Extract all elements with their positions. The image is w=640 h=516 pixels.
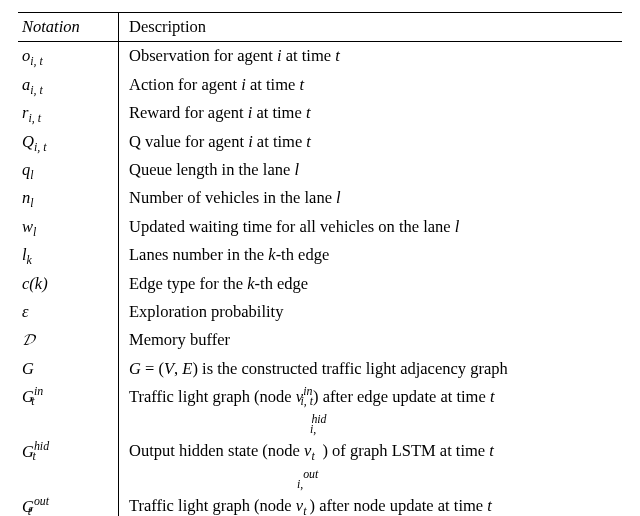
table-header-row: Notation Description [18, 13, 622, 42]
notation-cell: 𝓓 [18, 326, 119, 354]
description-cell: Traffic light graph (node vini, t) after… [119, 383, 623, 411]
table-row: ai, tAction for agent i at time t [18, 71, 622, 99]
table-row: lkLanes number in the k-th edge [18, 241, 622, 269]
table-row: ri, tReward for agent i at time t [18, 99, 622, 127]
description-cell: Memory buffer [119, 326, 623, 354]
description-cell: G = (V, E) is the constructed traffic li… [119, 355, 623, 383]
notation-cell: oi, t [18, 42, 119, 71]
notation-cell: Goutt [18, 466, 119, 516]
notation-cell: G [18, 355, 119, 383]
table-row: wlUpdated waiting time for all vehicles … [18, 213, 622, 241]
notation-cell: ε [18, 298, 119, 326]
notation-cell: ai, t [18, 71, 119, 99]
table-row: c(k)Edge type for the k-th edge [18, 270, 622, 298]
description-cell: Exploration probability [119, 298, 623, 326]
table-row: Qi, tQ value for agent i at time t [18, 128, 622, 156]
notation-table: Notation Description oi, tObservation fo… [18, 12, 622, 516]
notation-cell: nl [18, 184, 119, 212]
description-cell: Lanes number in the k-th edge [119, 241, 623, 269]
notation-cell: Ghidt [18, 411, 119, 466]
table-row: oi, tObservation for agent i at time t [18, 42, 622, 71]
header-description: Description [119, 13, 623, 42]
notation-table-container: Notation Description oi, tObservation fo… [0, 0, 640, 516]
description-cell: Queue length in the lane l [119, 156, 623, 184]
header-notation: Notation [18, 13, 119, 42]
notation-cell: Gint [18, 383, 119, 411]
notation-cell: wl [18, 213, 119, 241]
description-cell: Updated waiting time for all vehicles on… [119, 213, 623, 241]
table-row: εExploration probability [18, 298, 622, 326]
description-cell: Number of vehicles in the lane l [119, 184, 623, 212]
notation-cell: ql [18, 156, 119, 184]
notation-cell: c(k) [18, 270, 119, 298]
notation-cell: ri, t [18, 99, 119, 127]
description-cell: Edge type for the k-th edge [119, 270, 623, 298]
table-row: GouttTraffic light graph (node vouti, t)… [18, 466, 622, 516]
description-cell: Observation for agent i at time t [119, 42, 623, 71]
notation-cell: Qi, t [18, 128, 119, 156]
description-cell: Output hidden state (node vhidi, t) of g… [119, 411, 623, 466]
table-row: GintTraffic light graph (node vini, t) a… [18, 383, 622, 411]
table-row: GG = (V, E) is the constructed traffic l… [18, 355, 622, 383]
notation-cell: lk [18, 241, 119, 269]
description-cell: Reward for agent i at time t [119, 99, 623, 127]
description-cell: Action for agent i at time t [119, 71, 623, 99]
table-row: nlNumber of vehicles in the lane l [18, 184, 622, 212]
description-cell: Q value for agent i at time t [119, 128, 623, 156]
table-row: GhidtOutput hidden state (node vhidi, t)… [18, 411, 622, 466]
table-body: oi, tObservation for agent i at time tai… [18, 42, 622, 516]
table-row: qlQueue length in the lane l [18, 156, 622, 184]
table-row: 𝓓Memory buffer [18, 326, 622, 354]
description-cell: Traffic light graph (node vouti, t) afte… [119, 466, 623, 516]
